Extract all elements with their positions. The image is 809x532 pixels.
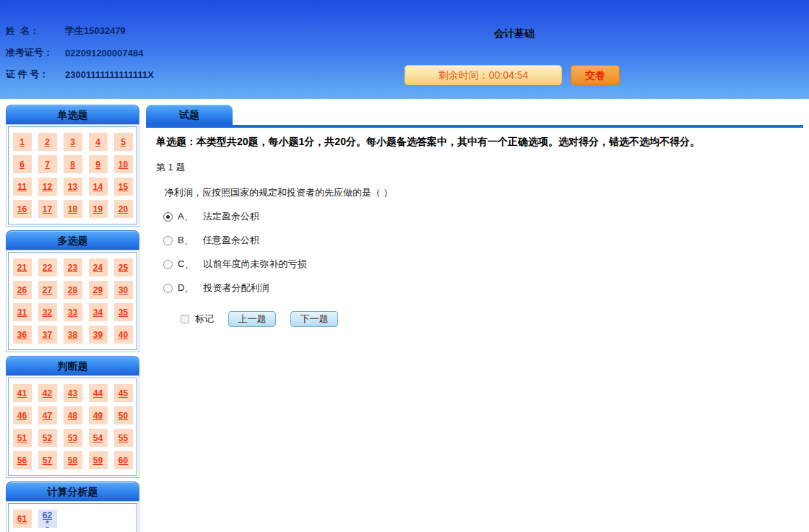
question-link[interactable]: 14 [89, 178, 108, 196]
question-link[interactable]: 32 [38, 303, 57, 321]
question-link[interactable]: 10 [114, 155, 133, 173]
mark-checkbox[interactable] [181, 315, 189, 323]
question-link[interactable]: 18 [64, 200, 82, 218]
question-link[interactable]: 36 [13, 326, 32, 344]
question-link[interactable]: 30 [114, 281, 133, 299]
info-label: 准考证号： [6, 46, 65, 59]
question-link[interactable]: 44 [89, 384, 108, 402]
question-link[interactable]: 1 [13, 133, 32, 151]
nav-section-panel: 61 62 * [6, 501, 139, 532]
question-link[interactable]: 58 [64, 451, 82, 469]
question-link[interactable]: 21 [13, 258, 32, 276]
question-link[interactable]: 19 [89, 200, 108, 218]
question-link[interactable]: 15 [114, 178, 133, 196]
question-link[interactable]: 27 [38, 281, 57, 299]
nav-section: 判断题 41 42 43 44 45 46 47 48 49 50 51 52 … [6, 356, 139, 478]
question-link[interactable]: 23 [64, 258, 82, 276]
submit-paper-button[interactable]: 交卷 [571, 65, 620, 85]
question-link[interactable]: 60 [114, 451, 133, 469]
question-link-number: 60 [118, 455, 128, 466]
question-link[interactable]: 61 [13, 510, 32, 528]
question-link[interactable]: 48 [64, 406, 82, 424]
question-link[interactable]: 45 [114, 384, 133, 402]
question-number-grid: 41 42 43 44 45 46 47 48 49 50 51 52 53 5… [8, 378, 137, 476]
question-link-number: 50 [118, 411, 128, 421]
question-link[interactable]: 52 [38, 429, 57, 447]
question-link[interactable]: 31 [13, 303, 32, 321]
question-link[interactable]: 4 [89, 133, 108, 151]
question-link[interactable]: 12 [38, 178, 57, 196]
answer-radio[interactable] [163, 284, 173, 293]
candidate-info: 姓 名： 学生15032479 准考证号： 022091200007484 证 … [6, 20, 154, 85]
question-link[interactable]: 50 [114, 406, 133, 424]
question-link[interactable]: 55 [114, 429, 133, 447]
next-question-button[interactable]: 下一题 [290, 311, 338, 327]
option-text: 投资者分配利润 [203, 282, 269, 295]
info-label: 证 件 号： [6, 68, 65, 81]
question-link-number: 15 [118, 182, 128, 192]
answer-option[interactable]: A、 法定盈余公积 [163, 210, 803, 223]
question-link[interactable]: 6 [13, 155, 32, 173]
question-link[interactable]: 57 [38, 451, 57, 469]
tab-underline-bar [146, 125, 803, 128]
nav-section-title: 判断题 [6, 356, 139, 375]
question-link[interactable]: 41 [13, 384, 32, 402]
question-link-number: 61 [17, 514, 27, 524]
question-link[interactable]: 54 [89, 429, 108, 447]
question-link-number: 58 [68, 455, 77, 466]
question-link-number: 24 [93, 263, 103, 273]
question-link[interactable]: 39 [89, 326, 108, 344]
question-link[interactable]: 62 * [38, 510, 57, 528]
question-link[interactable]: 25 [114, 258, 133, 276]
question-link[interactable]: 29 [89, 281, 108, 299]
question-link-number: 27 [43, 285, 52, 295]
answer-radio[interactable] [163, 260, 173, 269]
mark-toggle[interactable]: 标记 [181, 313, 214, 326]
question-link[interactable]: 20 [114, 200, 133, 218]
question-link[interactable]: 22 [38, 258, 57, 276]
nav-section-panel: 41 42 43 44 45 46 47 48 49 50 51 52 53 5… [6, 375, 139, 478]
question-link-number: 4 [95, 137, 100, 147]
nav-section-title: 单选题 [6, 105, 139, 124]
question-link[interactable]: 34 [89, 303, 108, 321]
info-value: 022091200007484 [65, 48, 143, 58]
question-link[interactable]: 51 [13, 429, 32, 447]
prev-question-button[interactable]: 上一题 [228, 311, 276, 327]
question-link[interactable]: 17 [38, 200, 57, 218]
question-link[interactable]: 5 [114, 133, 133, 151]
question-link[interactable]: 24 [89, 258, 108, 276]
option-key: C、 [178, 258, 194, 271]
answer-option[interactable]: C、 以前年度尚未弥补的亏损 [163, 258, 803, 271]
question-link[interactable]: 56 [13, 451, 32, 469]
question-link-number: 10 [118, 160, 128, 170]
question-link[interactable]: 53 [64, 429, 82, 447]
question-link[interactable]: 35 [114, 303, 133, 321]
question-link[interactable]: 13 [64, 178, 82, 196]
question-link[interactable]: 8 [64, 155, 82, 173]
question-link[interactable]: 26 [13, 281, 32, 299]
question-link[interactable]: 59 [89, 451, 108, 469]
question-link[interactable]: 40 [114, 326, 133, 344]
question-link[interactable]: 16 [13, 200, 32, 218]
question-link[interactable]: 49 [89, 406, 108, 424]
question-link-number: 39 [93, 330, 103, 340]
question-link[interactable]: 46 [13, 406, 32, 424]
question-link[interactable]: 28 [64, 281, 82, 299]
answer-option[interactable]: D、 投资者分配利润 [163, 282, 803, 295]
answer-radio[interactable] [163, 212, 173, 222]
question-link[interactable]: 9 [89, 155, 108, 173]
question-link[interactable]: 7 [38, 155, 57, 173]
question-link[interactable]: 42 [38, 384, 57, 402]
question-link[interactable]: 38 [64, 326, 82, 344]
question-link[interactable]: 47 [38, 406, 57, 424]
question-link[interactable]: 33 [64, 303, 82, 321]
question-link[interactable]: 3 [64, 133, 82, 151]
question-link[interactable]: 37 [38, 326, 57, 344]
tab-questions[interactable]: 试题 [146, 105, 233, 125]
answer-option[interactable]: B、 任意盈余公积 [163, 234, 803, 247]
question-link[interactable]: 43 [64, 384, 82, 402]
question-link-number: 28 [68, 285, 77, 295]
answer-radio[interactable] [163, 236, 173, 245]
question-link[interactable]: 2 [38, 133, 57, 151]
question-link[interactable]: 11 [13, 178, 32, 196]
